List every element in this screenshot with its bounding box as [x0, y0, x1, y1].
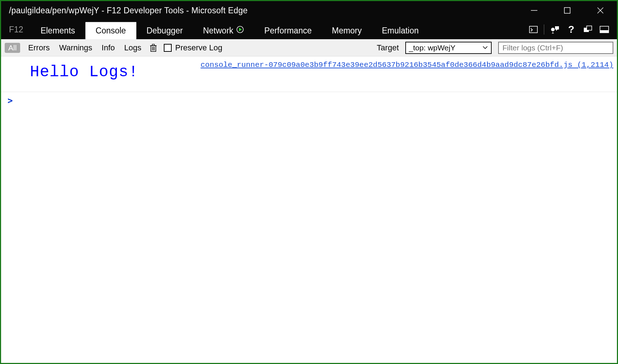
window-controls [518, 1, 617, 20]
svg-rect-11 [587, 26, 592, 30]
tab-elements[interactable]: Elements [31, 22, 85, 39]
svg-marker-5 [239, 28, 242, 31]
tab-label: Debugger [146, 26, 183, 36]
filter-input[interactable] [498, 42, 613, 54]
log-message: Hello Logs! [30, 63, 138, 81]
target-select[interactable]: _top: wpWejY [405, 42, 492, 54]
f12-label: F12 [8, 20, 31, 39]
tab-emulation[interactable]: Emulation [372, 22, 429, 39]
tab-performance[interactable]: Performance [254, 22, 322, 39]
checkbox-icon [164, 44, 172, 52]
tabbar-actions: ? [525, 20, 617, 39]
tab-console[interactable]: Console [85, 22, 136, 39]
target-selected-value: _top: wpWejY [409, 44, 455, 52]
svg-rect-1 [564, 8, 570, 13]
tab-memory[interactable]: Memory [322, 22, 372, 39]
preserve-log-label: Preserve Log [175, 43, 222, 53]
svg-marker-9 [556, 29, 558, 31]
minimize-button[interactable] [518, 1, 551, 20]
filter-info-button[interactable]: Info [100, 42, 116, 53]
tab-debugger[interactable]: Debugger [136, 22, 193, 39]
log-entry: Hello Logs! console_runner-079c09a0e3b9f… [1, 56, 617, 92]
console-toolbar: All Errors Warnings Info Logs Preserve L… [1, 39, 617, 56]
tab-label: Performance [264, 26, 312, 36]
network-activity-icon [236, 26, 244, 36]
clear-console-icon[interactable] [149, 43, 157, 53]
svg-rect-19 [152, 44, 154, 46]
filter-all-button[interactable]: All [5, 43, 20, 53]
undock-icon[interactable] [579, 20, 596, 39]
dock-icon[interactable] [596, 20, 613, 39]
titlebar: /paulgildea/pen/wpWejY - F12 Developer T… [1, 1, 617, 20]
tab-label: Elements [41, 26, 75, 36]
prompt-caret-icon: > [8, 96, 13, 106]
preserve-log-checkbox[interactable]: Preserve Log [164, 43, 222, 53]
tabbar: F12 Elements Console Debugger Network Pe… [1, 20, 617, 39]
maximize-button[interactable] [551, 1, 584, 20]
svg-rect-13 [600, 30, 609, 33]
app-window: /paulgildea/pen/wpWejY - F12 Developer T… [0, 0, 618, 364]
tab-label: Network [203, 26, 233, 36]
svg-rect-6 [529, 26, 537, 33]
feedback-icon[interactable] [546, 20, 563, 39]
tab-label: Memory [332, 26, 362, 36]
target-label: Target [377, 43, 399, 53]
window-title: /paulgildea/pen/wpWejY - F12 Developer T… [9, 6, 518, 15]
filter-warnings-button[interactable]: Warnings [58, 42, 94, 53]
filter-errors-button[interactable]: Errors [27, 42, 51, 53]
console-output[interactable]: Hello Logs! console_runner-079c09a0e3b9f… [1, 56, 617, 363]
log-source-link[interactable]: console_runner-079c09a0e3b9ff743e39ee2d5… [200, 61, 613, 69]
close-button[interactable] [584, 1, 617, 20]
svg-point-7 [551, 28, 555, 31]
filter-logs-button[interactable]: Logs [123, 42, 143, 53]
help-icon[interactable]: ? [563, 20, 579, 39]
tab-label: Console [96, 26, 126, 36]
console-prompt[interactable]: > [1, 92, 617, 109]
tab-network[interactable]: Network [193, 22, 254, 39]
popout-console-icon[interactable] [525, 20, 542, 39]
chevron-down-icon [482, 44, 488, 52]
svg-rect-8 [555, 26, 559, 29]
separator [544, 24, 544, 35]
tab-label: Emulation [382, 26, 419, 36]
